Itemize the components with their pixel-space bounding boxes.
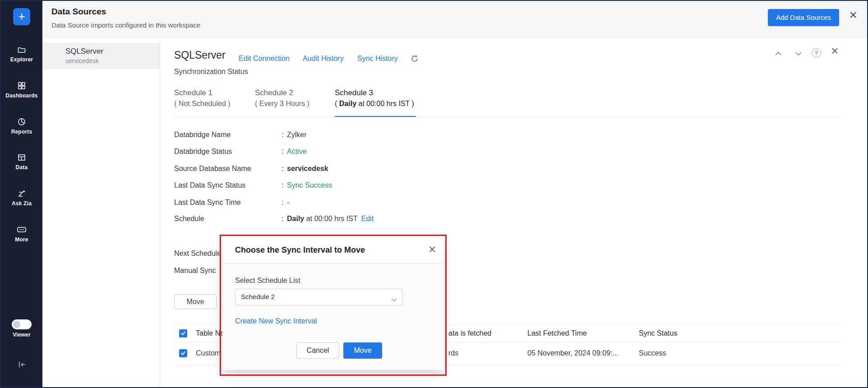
detail-value: - bbox=[287, 199, 289, 206]
pie-chart-icon bbox=[1, 117, 42, 126]
refresh-icon[interactable] bbox=[411, 55, 419, 65]
cancel-button[interactable]: Cancel bbox=[296, 342, 339, 359]
toggle-knob bbox=[13, 321, 20, 328]
tab-title: Schedule 3 bbox=[335, 88, 414, 97]
chevron-down-icon bbox=[391, 296, 397, 304]
tab-schedule-2[interactable]: Schedule 2 ( Every 3 Hours ) bbox=[255, 88, 309, 108]
detail-label: Last Data Sync Status bbox=[174, 181, 282, 189]
tab-title: Schedule 2 bbox=[255, 88, 309, 97]
sidebar-item-more[interactable]: More bbox=[1, 225, 42, 243]
modal-move-button[interactable]: Move bbox=[343, 342, 382, 359]
schedule-time: at 00:00 hrs IST bbox=[304, 215, 357, 222]
data-source-item-sqlserver[interactable]: SQLServer servicedesk bbox=[42, 43, 160, 69]
colon: : bbox=[282, 131, 287, 139]
app-window: + Explorer Dashboards Reports Data bbox=[0, 0, 868, 388]
column-header-last-fetched-time: Last Fetched Time bbox=[527, 329, 587, 337]
schedule-frequency: Daily bbox=[287, 215, 304, 222]
edit-schedule-link[interactable]: Edit bbox=[361, 215, 374, 222]
collapse-sidebar-icon[interactable] bbox=[1, 360, 42, 371]
viewer-label: Viewer bbox=[1, 332, 42, 338]
modal-header: Choose the Sync Interval to Move × bbox=[222, 238, 444, 263]
sidebar-item-explorer[interactable]: Explorer bbox=[1, 45, 42, 63]
sidebar-item-label: Explorer bbox=[1, 56, 42, 63]
edit-connection-link[interactable]: Edit Connection bbox=[239, 55, 290, 63]
create-sync-interval-link[interactable]: Create New Sync Interval bbox=[235, 317, 317, 325]
row-checkbox[interactable] bbox=[179, 349, 187, 357]
column-header-sync-status: Sync Status bbox=[639, 329, 677, 337]
table-cell-records: rds bbox=[448, 349, 458, 357]
page-title: Data Sources bbox=[51, 7, 106, 17]
tab-subtitle: ( Daily at 00:00 hrs IST ) bbox=[335, 100, 414, 108]
sync-history-link[interactable]: Sync History bbox=[357, 55, 398, 63]
select-all-checkbox[interactable] bbox=[179, 329, 187, 337]
detail-row-databridge-status: Databridge Status:Active bbox=[174, 148, 307, 156]
detail-label: Databridge Name bbox=[174, 131, 282, 139]
table-cell-sync-status: Success bbox=[639, 349, 666, 357]
sidebar-item-label: More bbox=[1, 236, 42, 243]
viewer-toggle[interactable] bbox=[12, 319, 32, 329]
sync-status-heading: Synchronization Status bbox=[174, 68, 248, 76]
table-cell-last-fetched: 05 November, 2024 09:09:... bbox=[527, 349, 619, 357]
sidebar-item-reports[interactable]: Reports bbox=[1, 117, 42, 135]
modal-body: Select Schedule List Schedule 2 Create N… bbox=[222, 263, 444, 370]
chevron-up-icon[interactable] bbox=[775, 50, 782, 58]
tab-subtitle: ( Every 3 Hours ) bbox=[255, 100, 309, 108]
detail-value: servicedesk bbox=[287, 165, 328, 172]
detail-label: Last Data Sync Time bbox=[174, 199, 282, 207]
detail-row-last-sync-status: Last Data Sync Status:Sync Success bbox=[174, 181, 332, 189]
ask-zia-icon bbox=[1, 189, 42, 198]
tab-schedule-1[interactable]: Schedule 1 ( Not Scheduled ) bbox=[174, 88, 231, 108]
page-header: Data Sources Data Source imports configu… bbox=[42, 1, 867, 37]
colon: : bbox=[282, 181, 287, 189]
data-source-database: servicedesk bbox=[65, 57, 160, 65]
detail-label: Schedule bbox=[174, 215, 282, 223]
schedule-select[interactable]: Schedule 2 bbox=[235, 289, 403, 305]
modal-close-icon[interactable]: × bbox=[429, 243, 436, 256]
chevron-down-icon[interactable] bbox=[795, 50, 802, 58]
help-icon[interactable]: ? bbox=[812, 48, 821, 58]
create-new-button[interactable]: + bbox=[13, 8, 30, 25]
detail-label: Databridge Status bbox=[174, 148, 282, 156]
sidebar-item-dashboards[interactable]: Dashboards bbox=[1, 81, 42, 99]
add-data-sources-button[interactable]: Add Data Sources bbox=[768, 9, 839, 26]
sidebar-item-data[interactable]: Data bbox=[1, 153, 42, 171]
tab-title: Schedule 1 bbox=[174, 88, 231, 97]
detail-row-databridge-name: Databridge Name:Zylker bbox=[174, 131, 307, 139]
status-badge: Active bbox=[287, 148, 307, 155]
detail-value: Zylker bbox=[287, 131, 307, 139]
select-schedule-label: Select Schedule List bbox=[235, 277, 300, 285]
detail-label: Source Database Name bbox=[174, 165, 282, 173]
colon: : bbox=[282, 215, 287, 223]
viewer-section: Viewer bbox=[1, 319, 42, 338]
table-cell-name: Custom bbox=[196, 349, 221, 357]
column-header-data-fetched: ata is fetched bbox=[448, 329, 491, 337]
sidebar-item-label: Data bbox=[1, 164, 42, 171]
move-button[interactable]: Move bbox=[174, 294, 217, 309]
schedule-select-value: Schedule 2 bbox=[241, 293, 275, 300]
detail-row-source-database: Source Database Name:servicedesk bbox=[174, 165, 328, 173]
tab-subtitle: ( Not Scheduled ) bbox=[174, 100, 231, 108]
source-title: SQLServer bbox=[174, 49, 226, 61]
page-subtitle: Data Source imports configured in this w… bbox=[51, 21, 200, 29]
data-source-list: SQLServer servicedesk bbox=[42, 37, 160, 387]
close-icon[interactable]: × bbox=[831, 45, 838, 57]
tabs-divider bbox=[174, 117, 842, 117]
colon: : bbox=[282, 148, 287, 156]
detail-row-last-sync-time: Last Data Sync Time:- bbox=[174, 199, 289, 207]
sidebar-item-label: Reports bbox=[1, 129, 42, 135]
close-icon[interactable]: × bbox=[849, 8, 857, 22]
colon: : bbox=[282, 165, 287, 173]
ellipsis-icon bbox=[1, 225, 42, 234]
sidebar-item-ask-zia[interactable]: Ask Zia bbox=[1, 189, 42, 207]
folder-icon bbox=[1, 45, 42, 54]
grid-icon bbox=[1, 81, 42, 90]
audit-history-link[interactable]: Audit History bbox=[303, 55, 344, 63]
sidebar-item-label: Ask Zia bbox=[1, 200, 42, 207]
colon: : bbox=[282, 199, 287, 207]
tab-schedule-3[interactable]: Schedule 3 ( Daily at 00:00 hrs IST ) bbox=[335, 88, 414, 108]
modal-title: Choose the Sync Interval to Move bbox=[235, 245, 365, 255]
detail-row-schedule: Schedule:Daily at 00:00 hrs ISTEdit bbox=[174, 215, 374, 223]
data-source-name: SQLServer bbox=[65, 47, 160, 56]
sidebar-item-label: Dashboards bbox=[1, 92, 42, 99]
status-badge: Sync Success bbox=[287, 181, 332, 189]
